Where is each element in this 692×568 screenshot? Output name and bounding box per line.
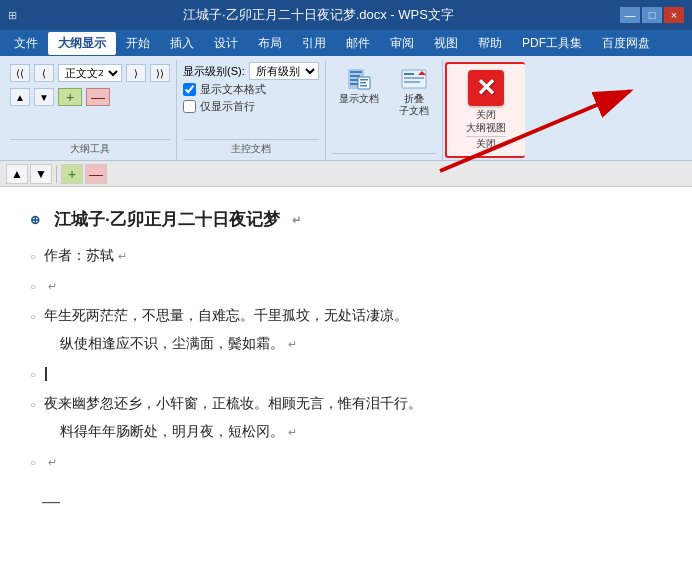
toolbar-down-button[interactable]: ▼ xyxy=(30,164,52,184)
svg-rect-10 xyxy=(404,73,414,75)
svg-rect-12 xyxy=(404,81,420,83)
show-format-checkbox[interactable] xyxy=(183,83,196,96)
collapse-subdoc-button[interactable]: 折叠 子文档 xyxy=(392,62,436,120)
nav-down-button[interactable]: ▼ xyxy=(34,88,54,106)
title-bullet: ⊕ xyxy=(30,208,40,232)
document-wrapper: ⊕ 江城子·乙卯正月二十日夜记梦 ↵ ○ 作者：苏轼↵ ○ ↵ ○ 年生死两茫茫… xyxy=(0,187,692,568)
outline-item-stanza1: ○ 年生死两茫茫，不思量，自难忘。千里孤坟，无处话凄凉。 纵使相逢应不识，尘满面… xyxy=(30,301,662,357)
expand-button[interactable]: + xyxy=(58,88,82,106)
maximize-button[interactable]: □ xyxy=(642,7,662,23)
menu-outline[interactable]: 大纲显示 xyxy=(48,32,116,55)
title-enter-mark: ↵ xyxy=(292,209,301,231)
toolbar-up-button[interactable]: ▲ xyxy=(6,164,28,184)
minimize-button[interactable]: — xyxy=(620,7,640,23)
menu-view[interactable]: 视图 xyxy=(424,32,468,55)
nav-left-left-button[interactable]: ⟨⟨ xyxy=(10,64,30,82)
menu-mail[interactable]: 邮件 xyxy=(336,32,380,55)
show-firstline-label: 仅显示首行 xyxy=(200,99,255,114)
level-display-label: 主控文档 xyxy=(183,139,319,158)
window-controls: — □ × xyxy=(620,7,684,23)
svg-rect-1 xyxy=(350,71,362,73)
document-title: 江城子·乙卯正月二十日夜记梦 xyxy=(54,203,280,237)
outline-item-empty1: ○ ↵ xyxy=(30,271,662,299)
author-text: 作者：苏轼↵ xyxy=(44,241,662,269)
menu-design[interactable]: 设计 xyxy=(204,32,248,55)
close-outline-icon: ✕ xyxy=(468,70,504,106)
menu-baidu[interactable]: 百度网盘 xyxy=(592,32,660,55)
menu-pdf[interactable]: PDF工具集 xyxy=(512,32,592,55)
outline-item-stanza2: ○ 夜来幽梦忽还乡，小轩窗，正梳妆。相顾无言，惟有泪千行。 料得年年肠断处，明月… xyxy=(30,389,662,445)
close-outline-label: 关闭大纲视图关闭 xyxy=(466,108,506,150)
ribbon-group-close: ✕ 关闭大纲视图关闭 xyxy=(445,62,525,158)
nav-up-button[interactable]: ▲ xyxy=(10,88,30,106)
nav-right-right-button[interactable]: ⟩⟩ xyxy=(150,64,170,82)
menu-bar: 文件 大纲显示 开始 插入 设计 布局 引用 邮件 审阅 视图 帮助 PDF工具… xyxy=(0,30,692,56)
collapse-subdoc-label: 折叠 子文档 xyxy=(399,93,429,117)
svg-rect-8 xyxy=(360,85,367,87)
document-content[interactable]: ⊕ 江城子·乙卯正月二十日夜记梦 ↵ ○ 作者：苏轼↵ ○ ↵ ○ 年生死两茫茫… xyxy=(0,187,692,568)
svg-rect-6 xyxy=(360,79,368,81)
level-select[interactable]: 正文文本 xyxy=(58,64,122,82)
toolbar-collapse-button[interactable]: — xyxy=(85,164,107,184)
master-doc-label xyxy=(332,153,436,158)
svg-rect-4 xyxy=(350,83,358,85)
bottom-dash: — xyxy=(30,483,662,519)
close-outline-button[interactable]: ✕ 关闭大纲视图关闭 xyxy=(451,68,521,152)
menu-reference[interactable]: 引用 xyxy=(292,32,336,55)
window-close-button[interactable]: × xyxy=(664,7,684,23)
nav-right-button[interactable]: ⟩ xyxy=(126,64,146,82)
show-format-label: 显示文本格式 xyxy=(200,82,266,97)
display-level-label: 显示级别(S): xyxy=(183,64,245,79)
ribbon-content: ⟨⟨ ⟨ 正文文本 ⟩ ⟩⟩ ▲ ▼ + — 大纲工具 xyxy=(0,56,692,160)
outline-item-author: ○ 作者：苏轼↵ xyxy=(30,241,662,269)
ribbon-group-level-display: 显示级别(S): 所有级别 显示文本格式 仅显示首行 主控文档 xyxy=(177,60,326,160)
svg-rect-11 xyxy=(404,77,424,79)
empty1-bullet: ○ xyxy=(30,277,36,297)
stanza2-text: 夜来幽梦忽还乡，小轩窗，正梳妆。相顾无言，惟有泪千行。 料得年年肠断处，明月夜，… xyxy=(44,389,662,445)
outline-item-empty2: ○ ↵ xyxy=(30,447,662,475)
menu-insert[interactable]: 插入 xyxy=(160,32,204,55)
collapse-subdoc-icon xyxy=(400,65,428,93)
show-format-option: 显示文本格式 xyxy=(183,82,319,97)
empty2-bullet: ○ xyxy=(30,453,36,473)
cursor-bullet: ○ xyxy=(30,365,36,385)
toolbar-separator xyxy=(56,165,57,183)
outline-tools-label: 大纲工具 xyxy=(10,139,170,158)
dash-cursor: — xyxy=(42,491,60,511)
show-firstline-option: 仅显示首行 xyxy=(183,99,319,114)
empty1-text: ↵ xyxy=(44,271,662,299)
ribbon: ⟨⟨ ⟨ 正文文本 ⟩ ⟩⟩ ▲ ▼ + — 大纲工具 xyxy=(0,56,692,161)
svg-rect-7 xyxy=(360,82,366,84)
menu-layout[interactable]: 布局 xyxy=(248,32,292,55)
menu-file[interactable]: 文件 xyxy=(4,32,48,55)
stanza1-text: 年生死两茫茫，不思量，自难忘。千里孤坟，无处话凄凉。 纵使相逢应不识，尘满面，鬓… xyxy=(44,301,662,357)
show-document-button[interactable]: 显示文档 xyxy=(332,62,386,108)
collapse-button[interactable]: — xyxy=(86,88,110,106)
document-title-row: ⊕ 江城子·乙卯正月二十日夜记梦 ↵ xyxy=(30,203,662,237)
menu-review[interactable]: 审阅 xyxy=(380,32,424,55)
cursor-text xyxy=(44,359,662,387)
author-bullet: ○ xyxy=(30,247,36,267)
title-bar: ⊞ 江城子·乙卯正月二十日夜记梦.docx - WPS文字 — □ × xyxy=(0,0,692,30)
outline-updown-row: ▲ ▼ + — xyxy=(10,86,110,108)
outline-item-cursor: ○ xyxy=(30,359,662,387)
ribbon-group-master-doc: 显示文档 折叠 子文档 xyxy=(326,60,443,160)
outline-toolbar: ▲ ▼ + — xyxy=(0,161,692,187)
toolbar-expand-button[interactable]: + xyxy=(61,164,83,184)
show-document-icon xyxy=(345,65,373,93)
stanza2-bullet: ○ xyxy=(30,395,36,415)
menu-help[interactable]: 帮助 xyxy=(468,32,512,55)
stanza1-bullet: ○ xyxy=(30,307,36,327)
menu-start[interactable]: 开始 xyxy=(116,32,160,55)
ribbon-group-outline-tools: ⟨⟨ ⟨ 正文文本 ⟩ ⟩⟩ ▲ ▼ + — 大纲工具 xyxy=(4,60,177,160)
show-document-label: 显示文档 xyxy=(339,93,379,105)
nav-left-button[interactable]: ⟨ xyxy=(34,64,54,82)
window-title: 江城子·乙卯正月二十日夜记梦.docx - WPS文字 xyxy=(17,6,620,24)
outline-nav-row: ⟨⟨ ⟨ 正文文本 ⟩ ⟩⟩ xyxy=(10,62,170,84)
empty2-text: ↵ xyxy=(44,447,662,475)
display-level-select[interactable]: 所有级别 xyxy=(249,62,319,80)
show-firstline-checkbox[interactable] xyxy=(183,100,196,113)
